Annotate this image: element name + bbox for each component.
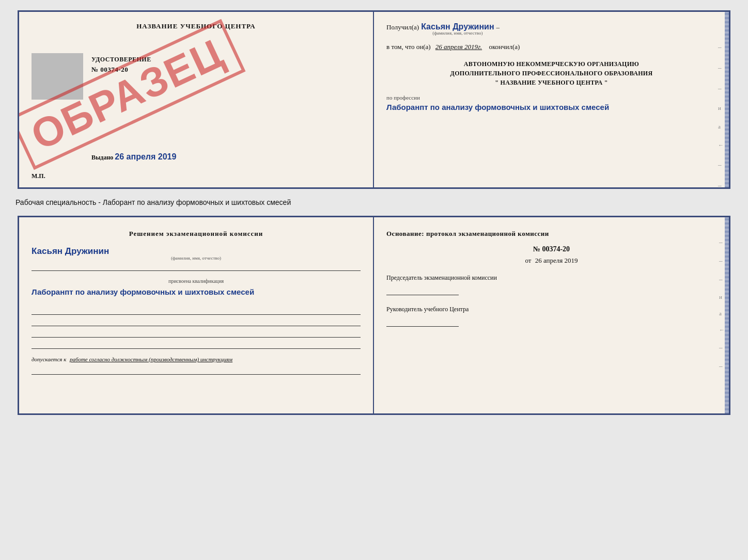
mp-label: М.П. <box>32 172 45 180</box>
dopuskaetsya-text: работе согласно должностным (производств… <box>70 356 232 362</box>
line-4 <box>32 340 361 349</box>
poluchil-label: Получил(а) <box>386 23 419 31</box>
profession-text-top: Лаборанпт по анализу формовочных и шихто… <box>386 102 716 114</box>
udost-label: УДОСТОВЕРЕНИЕ <box>91 56 151 63</box>
dash-4: – <box>718 161 724 169</box>
line-2 <box>32 317 361 326</box>
qualification-text: Лаборанпт по анализу формовочных и шихто… <box>32 286 361 298</box>
b-dash-2: – <box>719 257 725 265</box>
b-arrow-label: ← <box>719 327 725 333</box>
predsedatel-sig-line <box>386 286 459 295</box>
poluchil-line: Получил(а) Касьян Дружинин (фамилия, имя… <box>386 22 716 36</box>
ot-label: от <box>525 257 531 264</box>
rukovoditel-sig-line <box>386 317 459 327</box>
top-document: НАЗВАНИЕ УЧЕБНОГО ЦЕНТРА УДОСТОВЕРЕНИЕ №… <box>18 10 730 189</box>
bottom-underline <box>32 365 361 375</box>
dopuskaetsya-block: допускается к работе согласно должностны… <box>32 356 361 362</box>
vtom-line: в том, что он(а) 26 апреля 2019г. окончи… <box>386 43 716 51</box>
udost-block: УДОСТОВЕРЕНИЕ № 00374-20 <box>91 56 151 74</box>
ot-date-block: от 26 апреля 2019 <box>386 257 716 265</box>
proprofessii-block: по профессии Лаборанпт по анализу формов… <box>386 94 716 114</box>
b-dash-5: – <box>719 362 725 370</box>
fio-sublabel-top: (фамилия, имя, отчество) <box>421 30 494 36</box>
b-a-label: а <box>719 310 725 316</box>
rukovoditel-block: Руководитель учебного Центра <box>386 306 716 327</box>
line-1 <box>32 306 361 315</box>
right-side-deco-bottom: – – – и а ← – – <box>719 238 725 370</box>
vtom-label: в том, что он(а) <box>386 43 431 51</box>
vydano-block: Выдано 26 апреля 2019 <box>91 152 176 162</box>
dash-2: – <box>718 63 724 72</box>
b-dash-4: – <box>719 343 725 351</box>
lines-block <box>32 306 361 349</box>
a-label: а <box>718 123 724 130</box>
top-left-panel: НАЗВАНИЕ УЧЕБНОГО ЦЕНТРА УДОСТОВЕРЕНИЕ №… <box>19 12 374 187</box>
protocol-number: № 00374-20 <box>386 245 716 253</box>
bottom-right-panel: Основание: протокол экзаменационной коми… <box>374 217 729 413</box>
fio-sublabel-bottom: (фамилия, имя, отчество) <box>32 255 361 261</box>
fio-underline <box>32 262 361 271</box>
avtonom-line3: " НАЗВАНИЕ УЧЕБНОГО ЦЕНТРА " <box>386 78 716 87</box>
predsedatel-label: Председатель экзаменационной комиссии <box>386 274 497 281</box>
vydano-date: 26 апреля 2019 <box>115 152 176 161</box>
avtonom-block: АВТОНОМНУЮ НЕКОММЕРЧЕСКУЮ ОРГАНИЗАЦИЮ ДО… <box>386 59 716 87</box>
kasyan-line: Касьян Дружинин (фамилия, имя, отчество) <box>32 246 361 261</box>
vydano-label: Выдано <box>91 154 113 161</box>
osnovanie-title: Основание: протокол экзаменационной коми… <box>386 230 716 238</box>
doc-binding-right-bottom <box>725 217 729 413</box>
doc-binding-right-top <box>725 12 729 187</box>
okonchil-label: окончил(а) <box>489 43 520 51</box>
ot-date: 26 апреля 2019 <box>535 257 578 264</box>
udost-number: № 00374-20 <box>91 66 151 74</box>
photo-placeholder <box>32 53 83 100</box>
bottom-left-panel: Решением экзаменационной комиссии Касьян… <box>19 217 374 413</box>
dash-1: – <box>718 43 724 51</box>
resheniem-title: Решением экзаменационной комиссии <box>32 230 361 238</box>
dash-5: – <box>718 181 724 189</box>
top-fio: Касьян Дружинин <box>421 22 494 31</box>
b-dash-1: – <box>719 238 725 246</box>
dopuskaetsya-label: допускается к <box>32 356 66 362</box>
arrow-label: ← <box>718 142 724 148</box>
bottom-document: Решением экзаменационной комиссии Касьян… <box>18 216 730 415</box>
proprofessii-label: по профессии <box>386 94 716 101</box>
line-3 <box>32 328 361 338</box>
right-side-lines-top: – – – и а ← – – <box>718 43 724 189</box>
dash-after-fio: – <box>496 23 500 31</box>
dash-3: – <box>718 84 724 92</box>
vtom-date: 26 апреля 2019г. <box>435 43 482 51</box>
specialty-text: Рабочая специальность - Лаборант по анал… <box>10 198 291 206</box>
rukovoditel-label: Руководитель учебного Центра <box>386 306 469 313</box>
avtonom-line2: ДОПОЛНИТЕЛЬНОГО ПРОФЕССИОНАЛЬНОГО ОБРАЗО… <box>386 69 716 78</box>
i-label: и <box>718 105 724 111</box>
predsedatel-block: Председатель экзаменационной комиссии <box>386 274 716 295</box>
cert-title: НАЗВАНИЕ УЧЕБНОГО ЦЕНТРА <box>32 22 361 30</box>
bottom-fio: Касьян Дружинин <box>32 246 109 256</box>
b-dash-3: – <box>719 275 725 283</box>
avtonom-line1: АВТОНОМНУЮ НЕКОММЕРЧЕСКУЮ ОРГАНИЗАЦИЮ <box>386 59 716 69</box>
prisvoena-label: присвоена квалификация <box>32 278 361 284</box>
top-right-panel: Получил(а) Касьян Дружинин (фамилия, имя… <box>374 12 729 187</box>
b-i-label: и <box>719 294 725 300</box>
